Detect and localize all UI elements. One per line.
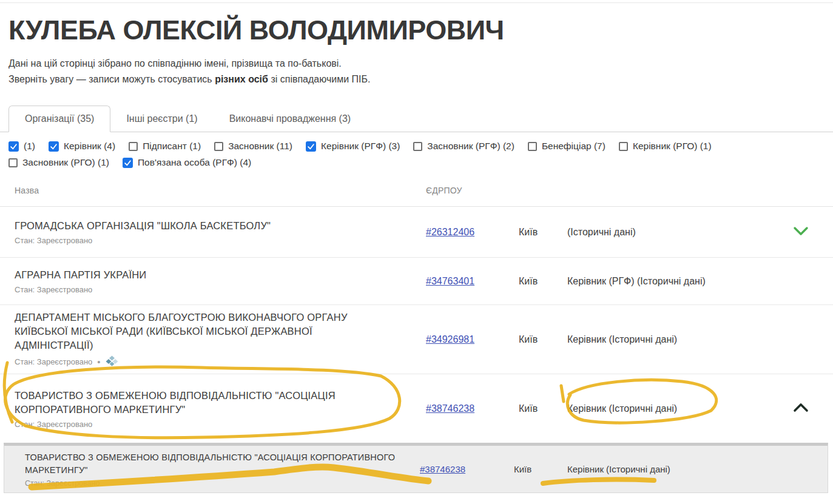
org-status: Стан: Зареєстровано — [15, 420, 426, 429]
table-header: Назва ЄДРПОУ — [0, 174, 833, 207]
edrpou-link[interactable]: #26312406 — [426, 227, 474, 237]
checkbox-checked-icon[interactable] — [123, 158, 133, 168]
filter-label: Керівник (4) — [64, 141, 115, 152]
org-name: ТОВАРИСТВО З ОБМЕЖЕНОЮ ВІДПОВІДАЛЬНІСТЮ … — [15, 389, 390, 417]
filter-label: Засновник (РГО) (1) — [22, 157, 109, 168]
checkbox-unchecked-icon[interactable] — [619, 142, 628, 151]
checkbox-unchecked-icon[interactable] — [413, 142, 422, 151]
org-name: ДЕПАРТАМЕНТ МІСЬКОГО БЛАГОУСТРОЮ ВИКОНАВ… — [15, 311, 390, 352]
dot-separator: • — [97, 359, 100, 365]
table-row: ДЕПАРТАМЕНТ МІСЬКОГО БЛАГОУСТРОЮ ВИКОНАВ… — [0, 305, 833, 374]
filter-label: Керівник (РГФ) (3) — [321, 141, 400, 152]
role-label: Керівник (Історичні дані) — [567, 334, 767, 345]
intro-line2-bold: різних осіб — [215, 74, 268, 84]
city-label: Київ — [519, 334, 567, 345]
filter-kerivnyk-rgo[interactable]: Керівник (РГО) (1) — [619, 141, 712, 152]
role-label: Керівник (РГФ) (Історичні дані) — [567, 276, 767, 287]
filter-povyazana-osoba-rgf[interactable]: Пов'язана особа (РГФ) (4) — [123, 157, 251, 168]
chevron-down-icon[interactable] — [793, 226, 825, 238]
edrpou-link[interactable]: #38746238 — [426, 403, 474, 414]
chevron-up-icon[interactable] — [793, 403, 825, 415]
checkbox-unchecked-icon[interactable] — [528, 142, 537, 151]
table-row: АГРАРНА ПАРТІЯ УКРАЇНИ Стан: Зареєстрова… — [0, 258, 833, 305]
top-divider — [0, 2, 833, 3]
city-label: Київ — [514, 464, 567, 474]
intro-text: Дані на цій сторінці зібрано по співпаді… — [8, 56, 825, 87]
filter-label: Підписант (1) — [143, 141, 201, 152]
checkbox-unchecked-icon[interactable] — [8, 158, 18, 167]
filter-beneficiar[interactable]: Бенефіціар (7) — [528, 141, 605, 152]
column-header-name: Назва — [8, 186, 426, 195]
city-label: Київ — [519, 403, 567, 414]
filter-zasnovnyk[interactable]: Засновник (11) — [214, 141, 292, 152]
filter-label: (1) — [24, 141, 35, 152]
checkbox-unchecked-icon[interactable] — [129, 142, 138, 151]
expanded-detail-row[interactable]: ТОВАРИСТВО З ОБМЕЖЕНОЮ ВІДПОВІДАЛЬНІСТЮ … — [4, 443, 828, 493]
tab-other-registries[interactable]: Інші реєстри (1) — [110, 106, 213, 132]
intro-line2-prefix: Зверніть увагу — записи можуть стосувати… — [8, 74, 215, 84]
table-row: ГРОМАДСЬКА ОРГАНІЗАЦІЯ "ШКОЛА БАСКЕТБОЛУ… — [0, 207, 833, 258]
org-status: Стан: Зареєстровано — [15, 236, 426, 245]
filter-label: Засновник (11) — [228, 141, 292, 152]
role-label: Керівник (Історичні дані) — [567, 403, 767, 414]
checkbox-checked-icon[interactable] — [8, 141, 19, 152]
filter-zasnovnyk-rgo[interactable]: Засновник (РГО) (1) — [8, 157, 109, 168]
page-title: КУЛЕБА ОЛЕКСІЙ ВОЛОДИМИРОВИЧ — [8, 14, 825, 46]
filter-label: Керівник (РГО) (1) — [633, 141, 712, 152]
org-name: ТОВАРИСТВО З ОБМЕЖЕНОЮ ВІДПОВІДАЛЬНІСТЮ … — [25, 451, 413, 477]
org-name: АГРАРНА ПАРТІЯ УКРАЇНИ — [15, 268, 390, 282]
edrpou-link[interactable]: #38746238 — [420, 464, 465, 474]
org-status: Стан: Зареєстровано — [15, 357, 92, 366]
city-label: Київ — [519, 227, 567, 238]
intro-line1: Дані на цій сторінці зібрано по співпаді… — [8, 58, 342, 69]
checkbox-checked-icon[interactable] — [306, 141, 316, 152]
checkbox-checked-icon[interactable] — [49, 141, 59, 152]
filter-kerivnyk-rgf[interactable]: Керівник (РГФ) (3) — [306, 141, 400, 152]
role-filters: (1) Керівник (4) Підписант (1) Засновник… — [8, 141, 825, 168]
filter-label: Пов'язана особа (РГФ) (4) — [138, 157, 251, 168]
org-name: ГРОМАДСЬКА ОРГАНІЗАЦІЯ "ШКОЛА БАСКЕТБОЛУ… — [15, 219, 390, 233]
role-label: (Історичні дані) — [567, 227, 767, 238]
kmda-emblem-icon — [106, 355, 118, 369]
filter-zasnovnyk-rgf[interactable]: Засновник (РГФ) (2) — [413, 141, 514, 152]
checkbox-unchecked-icon[interactable] — [214, 142, 223, 151]
filter-unnamed[interactable]: (1) — [8, 141, 35, 152]
filter-pidpysant[interactable]: Підписант (1) — [129, 141, 201, 152]
person-profile-page: КУЛЕБА ОЛЕКСІЙ ВОЛОДИМИРОВИЧ Дані на цій… — [0, 0, 833, 504]
edrpou-link[interactable]: #34926981 — [426, 334, 474, 344]
filter-label: Бенефіціар (7) — [542, 141, 605, 152]
org-status: Стан: Зареєстровано — [25, 479, 420, 488]
tab-enforcement-proceedings[interactable]: Виконавчі провадження (3) — [214, 106, 367, 132]
city-label: Київ — [519, 276, 567, 287]
filter-label: Засновник (РГФ) (2) — [427, 141, 514, 152]
column-header-edrpou: ЄДРПОУ — [426, 186, 519, 195]
tab-organizations[interactable]: Організації (35) — [8, 106, 110, 132]
intro-line2-suffix: зі співпадаючими ПІБ. — [268, 74, 371, 84]
table-row-expanded-parent: ТОВАРИСТВО З ОБМЕЖЕНОЮ ВІДПОВІДАЛЬНІСТЮ … — [0, 374, 833, 443]
org-status: Стан: Зареєстровано — [15, 285, 426, 294]
role-label: Керівник (Історичні дані) — [567, 464, 828, 474]
filter-kerivnyk[interactable]: Керівник (4) — [49, 141, 115, 152]
tab-bar: Організації (35) Інші реєстри (1) Викона… — [0, 106, 833, 132]
edrpou-link[interactable]: #34763401 — [426, 276, 474, 286]
